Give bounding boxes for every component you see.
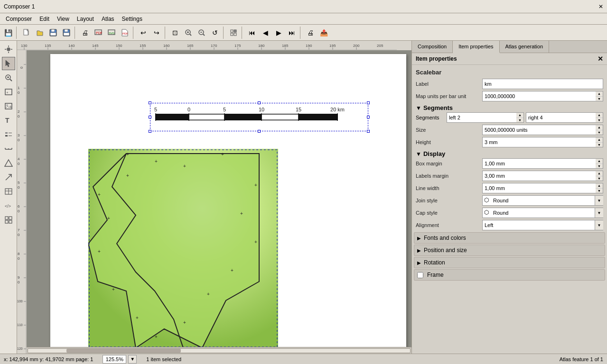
scalebar-element[interactable]: 5 0 5 10 15 20 km [150, 103, 368, 131]
tool-add-from-template[interactable] [2, 213, 15, 227]
position-size-collapsible[interactable]: ▶ Position and size [414, 245, 605, 256]
horizontal-scrollbar[interactable] [27, 347, 411, 354]
close-btn[interactable]: ✕ [598, 3, 603, 10]
size-input[interactable] [482, 125, 596, 135]
segments-left-down[interactable]: ▼ [516, 118, 523, 123]
panel-collapse-btn[interactable]: ✕ [598, 55, 603, 63]
toolbar-redo[interactable]: ↪ [150, 27, 163, 39]
toolbar-open[interactable] [34, 27, 46, 39]
toolbar-saveas[interactable]: + [60, 27, 73, 39]
tool-zoom[interactable] [2, 71, 15, 84]
line-width-down[interactable]: ▼ [596, 189, 603, 193]
labels-margin-up[interactable]: ▲ [596, 171, 603, 176]
frame-checkbox[interactable] [417, 272, 423, 278]
tool-add-html[interactable]: </> [2, 199, 15, 212]
svg-rect-156 [299, 114, 337, 120]
segments-left-up[interactable]: ▲ [516, 113, 523, 118]
toolbar-atlas-prev[interactable]: ◀ [259, 27, 271, 39]
segments-right-down[interactable]: ▼ [596, 118, 603, 123]
toolbar-print[interactable]: 🖨 [79, 27, 91, 39]
menu-settings[interactable]: Settings [118, 15, 146, 23]
menu-view[interactable]: View [53, 15, 73, 23]
right-panel: Composition Item properties Atlas genera… [411, 41, 607, 354]
zoom-input[interactable] [103, 355, 126, 364]
tool-add-image[interactable]: + [2, 100, 15, 113]
toolbar-refresh[interactable]: ↺ [209, 27, 221, 39]
cap-style-select[interactable]: Round Flat Square [482, 208, 603, 218]
svg-rect-154 [224, 114, 261, 120]
tool-add-scalebar[interactable] [2, 142, 15, 155]
line-width-input[interactable] [482, 183, 596, 193]
panel-header-title: Item properties [416, 55, 457, 62]
tab-item-properties[interactable]: Item properties [453, 41, 499, 53]
size-spin-up[interactable]: ▲ [596, 125, 603, 130]
toolbar-zoom-out[interactable] [196, 27, 208, 39]
zoom-dropdown-btn[interactable]: ▼ [128, 355, 137, 364]
toolbar-toggle-grid[interactable] [227, 27, 240, 39]
tool-pan[interactable] [2, 43, 15, 56]
toolbar-export2[interactable]: 📤 [318, 27, 330, 39]
svg-rect-52 [9, 217, 12, 219]
toolbar-zoom-in[interactable] [182, 27, 195, 39]
tool-add-map[interactable]: + [2, 85, 15, 99]
toolbar-export-svg[interactable]: SVG [105, 27, 118, 39]
menu-layout[interactable]: Layout [73, 15, 98, 23]
segments-left-input[interactable] [447, 112, 516, 123]
panel-content[interactable]: Scalebar Label Map units per bar unit ▲ … [412, 65, 607, 354]
line-width-up[interactable]: ▲ [596, 183, 603, 189]
tab-composition[interactable]: Composition [412, 41, 453, 53]
canvas-area[interactable]: 130 135 140 145 150 155 160 165 170 175 … [17, 41, 411, 354]
box-margin-up[interactable]: ▲ [596, 159, 603, 164]
tool-add-table[interactable] [2, 185, 15, 198]
toolbar-export-pdf[interactable]: PDF [119, 27, 131, 39]
toolbar-zoom-full[interactable]: ⊡ [169, 27, 181, 39]
display-collapse-arrow[interactable]: ▼ [416, 151, 421, 157]
map-units-spin-down[interactable]: ▼ [596, 97, 603, 101]
toolbar-print2[interactable]: 🖨 [304, 27, 317, 39]
toolbar-atlas-first[interactable]: ⏮ [246, 27, 258, 39]
fonts-colors-collapsible[interactable]: ▶ Fonts and colors [414, 232, 605, 244]
toolbar-export-img[interactable]: PDF [92, 27, 104, 39]
height-input[interactable] [482, 137, 596, 147]
map-element[interactable]: + + + + + + + + + + + + + + + [88, 149, 278, 348]
svg-rect-88 [17, 50, 27, 354]
svg-text:+: + [136, 315, 139, 320]
rotation-collapsible[interactable]: ▶ Rotation [414, 257, 605, 268]
height-spin-down[interactable]: ▼ [596, 143, 603, 147]
segments-header[interactable]: ▼ Segments [416, 104, 605, 111]
tool-add-legend[interactable] [2, 128, 15, 141]
frame-row[interactable]: Frame [414, 269, 605, 281]
label-input[interactable] [482, 79, 603, 89]
svg-rect-5 [50, 33, 56, 36]
labels-margin-input[interactable] [482, 171, 596, 181]
toolbar-new[interactable] [20, 27, 33, 39]
tool-add-arrow[interactable] [2, 171, 15, 184]
tool-add-basic-shape[interactable] [2, 156, 15, 170]
toolbar-save-all[interactable]: 💾 [2, 27, 14, 39]
labels-margin-down[interactable]: ▼ [596, 176, 603, 181]
map-units-input[interactable] [482, 91, 596, 101]
toolbar-atlas-last[interactable]: ⏭ [286, 27, 298, 39]
display-header[interactable]: ▼ Display [416, 150, 605, 157]
map-units-spin-up[interactable]: ▲ [596, 91, 603, 97]
toolbar-atlas-next[interactable]: ▶ [272, 27, 285, 39]
join-style-select[interactable]: Round Miter Bevel [482, 195, 603, 206]
box-margin-input[interactable] [482, 158, 596, 169]
svg-text:10: 10 [259, 107, 264, 112]
segments-right-up[interactable]: ▲ [596, 113, 603, 118]
menu-atlas[interactable]: Atlas [98, 15, 118, 23]
segments-right-input[interactable] [526, 112, 596, 123]
tab-atlas-generation[interactable]: Atlas generation [500, 41, 550, 53]
alignment-select[interactable]: Left Center Right [482, 220, 603, 230]
height-spin-up[interactable]: ▲ [596, 137, 603, 143]
toolbar-save[interactable] [47, 27, 59, 39]
box-margin-down[interactable]: ▼ [596, 164, 603, 169]
svg-text:+: + [98, 192, 101, 197]
tool-select[interactable] [2, 57, 15, 70]
tool-add-label[interactable]: T [2, 114, 15, 127]
segments-collapse-arrow[interactable]: ▼ [416, 105, 421, 111]
size-spin-down[interactable]: ▼ [596, 130, 603, 135]
menu-composer[interactable]: Composer [2, 15, 36, 23]
menu-edit[interactable]: Edit [36, 15, 53, 23]
toolbar-undo[interactable]: ↩ [137, 27, 149, 39]
